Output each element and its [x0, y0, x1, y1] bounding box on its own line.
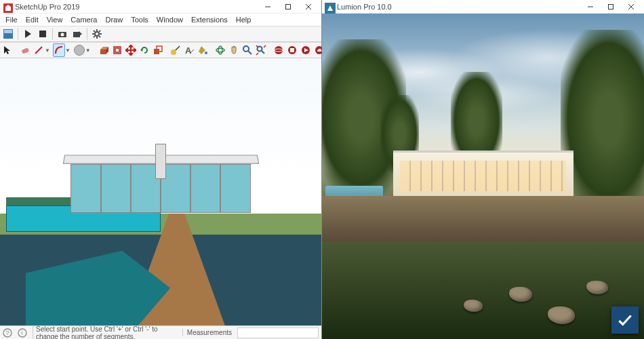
svg-marker-36	[134, 49, 136, 52]
svg-rect-26	[100, 49, 106, 54]
rock	[586, 281, 608, 294]
sketchup-titlebar: SketchUp Pro 2019	[0, 0, 321, 14]
maximize-button[interactable]	[601, 0, 621, 14]
menu-file[interactable]: File	[1, 15, 22, 24]
svg-line-48	[248, 51, 251, 54]
svg-rect-57	[290, 48, 294, 52]
toolbar-row-2: ▼ ▼ ▼ A	[0, 42, 321, 58]
paint-bucket-tool-icon[interactable]	[197, 43, 209, 57]
play-button[interactable]	[21, 27, 35, 41]
orbit-tool-icon[interactable]	[214, 43, 226, 57]
svg-point-44	[205, 52, 207, 54]
chevron-down-icon[interactable]: ▼	[65, 47, 72, 54]
rendered-house	[393, 151, 573, 196]
confirm-button[interactable]	[611, 306, 639, 334]
menu-extensions[interactable]: Extensions	[187, 15, 232, 24]
svg-marker-35	[125, 49, 127, 52]
sync-camera-icon[interactable]	[56, 27, 69, 41]
settings-gear-icon[interactable]	[90, 27, 104, 41]
vray-interactive-icon[interactable]	[286, 43, 298, 57]
divider	[87, 28, 87, 40]
rendered-wall	[322, 196, 644, 241]
move-tool-icon[interactable]	[125, 43, 137, 57]
svg-point-46	[218, 46, 222, 54]
material-swatch[interactable]	[73, 43, 85, 57]
pan-tool-icon[interactable]	[228, 43, 240, 57]
export-icon[interactable]	[71, 27, 84, 41]
close-button[interactable]	[621, 0, 641, 14]
svg-marker-12	[79, 31, 82, 37]
menu-draw[interactable]: Draw	[101, 15, 127, 24]
lumion-app-icon	[325, 3, 333, 11]
offset-tool-icon[interactable]	[111, 43, 123, 57]
svg-rect-71	[609, 4, 613, 9]
stop-button[interactable]	[36, 27, 49, 41]
push-pull-tool-icon[interactable]	[98, 43, 110, 57]
svg-marker-33	[129, 45, 132, 47]
menu-window[interactable]: Window	[153, 15, 187, 24]
svg-line-21	[99, 31, 100, 32]
svg-rect-6	[4, 30, 12, 33]
measurements-input[interactable]	[237, 327, 319, 338]
menu-camera[interactable]: Camera	[66, 15, 101, 24]
minimize-button[interactable]	[258, 0, 278, 14]
statusbar: ? i Select start point. Use Ctrl '+' or …	[0, 325, 321, 339]
line-tool-icon[interactable]	[33, 43, 45, 57]
scale-tool-icon[interactable]	[152, 43, 164, 57]
rock	[509, 287, 532, 302]
info-icon[interactable]: i	[18, 328, 27, 338]
svg-marker-34	[129, 54, 132, 56]
arc-tool-icon[interactable]	[53, 43, 65, 57]
tape-measure-tool-icon[interactable]	[169, 43, 182, 57]
menubar: File Edit View Camera Draw Tools Window …	[0, 14, 321, 26]
divider	[18, 28, 18, 40]
menu-help[interactable]: Help	[232, 15, 256, 24]
svg-line-41	[176, 46, 180, 50]
svg-text:A: A	[185, 45, 192, 56]
zoom-extents-tool-icon[interactable]	[255, 43, 267, 57]
eraser-tool-icon[interactable]	[19, 43, 31, 57]
svg-marker-22	[4, 46, 10, 54]
menu-edit[interactable]: Edit	[22, 15, 43, 24]
lumion-titlebar: Lumion Pro 10.0	[322, 0, 644, 14]
svg-line-20	[94, 36, 95, 37]
maximize-button[interactable]	[278, 0, 298, 14]
svg-line-51	[256, 45, 258, 47]
status-hint: Select start point. Use Ctrl '+' or Ctrl…	[33, 325, 177, 340]
svg-point-47	[243, 46, 249, 52]
sketchup-app-icon	[3, 3, 11, 11]
rotate-tool-icon[interactable]	[138, 43, 150, 57]
help-icon[interactable]: ?	[3, 328, 12, 338]
divider	[52, 28, 53, 40]
styles-button[interactable]	[1, 27, 15, 41]
select-tool-icon[interactable]	[1, 43, 14, 57]
text-tool-icon[interactable]: A	[183, 43, 195, 57]
svg-point-54	[275, 46, 283, 54]
svg-line-53	[256, 53, 258, 55]
svg-rect-2	[286, 4, 291, 9]
toolbar-row-1	[0, 26, 321, 42]
close-button[interactable]	[298, 0, 319, 14]
svg-rect-30	[115, 48, 119, 52]
svg-marker-7	[25, 30, 31, 38]
svg-line-50	[262, 51, 264, 54]
lumion-viewport[interactable]	[322, 14, 644, 339]
zoom-tool-icon[interactable]	[241, 43, 254, 57]
rock	[464, 300, 483, 312]
sketchup-title-text: SketchUp Pro 2019	[15, 3, 258, 11]
svg-rect-8	[39, 31, 46, 37]
sketchup-viewport[interactable]	[0, 58, 321, 325]
vray-viewport-icon[interactable]	[300, 43, 312, 57]
chevron-down-icon[interactable]: ▼	[85, 47, 92, 54]
menu-view[interactable]: View	[43, 15, 67, 24]
vray-render-icon[interactable]	[273, 43, 285, 57]
chevron-down-icon[interactable]: ▼	[45, 47, 52, 54]
menu-tools[interactable]: Tools	[127, 15, 153, 24]
minimize-button[interactable]	[580, 0, 601, 14]
window-controls	[258, 0, 319, 14]
sketchup-window: SketchUp Pro 2019 File Edit View Camera …	[0, 0, 322, 339]
window-controls	[580, 0, 641, 14]
svg-point-40	[171, 49, 176, 55]
rock	[548, 306, 575, 324]
svg-line-52	[264, 45, 266, 47]
